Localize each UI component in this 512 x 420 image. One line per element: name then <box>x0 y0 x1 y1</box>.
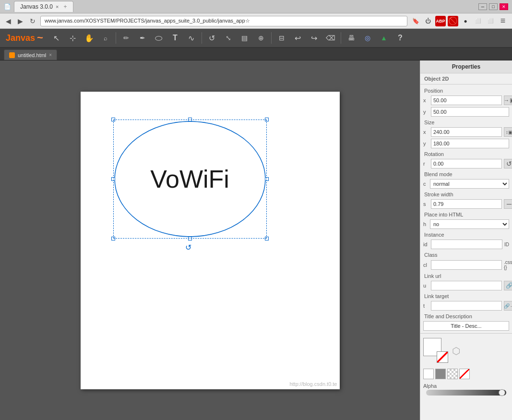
link-target-label: Link target <box>420 291 512 300</box>
forward-btn[interactable]: ▶ <box>16 16 25 26</box>
handle-bottom-right[interactable] <box>265 237 269 240</box>
stroke-swatch[interactable] <box>437 351 448 363</box>
tab-label: Janvas 3.0.0 <box>20 3 53 10</box>
pos-link-icon[interactable]: →▣ <box>504 96 512 105</box>
pos-y-input[interactable] <box>431 107 509 117</box>
alpha-thumb[interactable] <box>499 389 505 396</box>
back-btn[interactable]: ◀ <box>4 16 13 26</box>
maximize-btn[interactable]: □ <box>489 3 498 10</box>
stroke-label: Stroke width <box>420 190 512 198</box>
redo-btn[interactable]: ↪ <box>307 30 322 46</box>
handle-bottom-center[interactable] <box>188 237 192 240</box>
delete-btn[interactable]: ⌫ <box>323 30 338 46</box>
refresh-btn[interactable]: ↻ <box>28 16 37 26</box>
ellipse-container[interactable]: VoWiFi ↺ <box>113 120 267 239</box>
print-btn[interactable]: 🖶 <box>344 30 359 46</box>
minimize-btn[interactable]: ─ <box>478 3 487 10</box>
stroke-input[interactable] <box>431 199 502 209</box>
link-icon-btn[interactable]: 🔗 <box>504 281 512 290</box>
instance-id-row: id ID <box>420 239 512 250</box>
text-tool[interactable]: T <box>167 30 183 46</box>
gdrive-btn[interactable]: ▲ <box>376 30 392 46</box>
tab-close-btn[interactable]: × <box>56 4 59 10</box>
swatch-red-diag[interactable] <box>459 369 470 379</box>
fill-stroke-swatch[interactable] <box>423 338 449 364</box>
help-btn[interactable]: ? <box>393 30 408 46</box>
doc-tab-icon <box>9 52 15 58</box>
size-y-input[interactable] <box>431 139 509 148</box>
undo-btn[interactable]: ↩ <box>290 30 306 46</box>
close-btn[interactable]: ✕ <box>500 3 508 10</box>
handle-top-left[interactable] <box>111 118 115 121</box>
transform-icon[interactable]: ⬡ <box>452 345 460 357</box>
share-btn[interactable]: ◎ <box>360 30 375 46</box>
bookmark-icon[interactable]: 🔖 <box>410 16 421 26</box>
ellipse-tool[interactable]: ⬭ <box>151 30 167 46</box>
rotate-handle[interactable]: ↺ <box>185 243 191 252</box>
pen-tool[interactable]: ✏ <box>119 30 134 46</box>
swatch-gray[interactable] <box>435 369 446 379</box>
new-tab-btn[interactable]: + <box>63 3 67 10</box>
size-y-label: y <box>423 141 429 146</box>
pencil-tool[interactable]: ✒ <box>135 30 150 46</box>
ext-icon1[interactable]: ⬜ <box>473 16 483 26</box>
stroke-icon-btn[interactable]: ─ <box>504 199 512 209</box>
blend-select[interactable]: normal multiply screen overlay <box>430 179 509 189</box>
title-desc-btn[interactable]: Title - Desc... <box>423 321 509 331</box>
adblock-icon[interactable]: ABP <box>435 16 446 26</box>
sep2 <box>202 32 202 44</box>
handle-bottom-left[interactable] <box>111 237 115 240</box>
link-target-icon-btn[interactable]: 🔗→ <box>504 301 512 311</box>
pos-x-input[interactable] <box>431 96 502 105</box>
ext-icon2[interactable]: ⬜ <box>485 16 496 26</box>
pos-x-row: x →▣ <box>420 95 512 106</box>
browser-tab[interactable]: Janvas 3.0.0 × + <box>14 1 73 12</box>
handle-middle-left[interactable] <box>111 177 115 181</box>
handle-top-right[interactable] <box>265 118 269 121</box>
rotation-input[interactable] <box>431 159 502 168</box>
node-edit-tool[interactable]: ⊹ <box>65 30 81 46</box>
rotate-tool[interactable]: ↺ <box>204 30 220 46</box>
class-cl-label: cl <box>423 262 429 268</box>
app-logo: Janvas ~ <box>6 32 43 44</box>
class-input[interactable] <box>431 260 502 270</box>
window-controls: ─ □ ✕ <box>478 3 508 10</box>
size-label: Size <box>420 118 512 126</box>
alpha-label: Alpha <box>423 383 509 389</box>
canvas-paper[interactable]: VoWiFi ↺ http://blog.csdn.t0.te <box>81 92 340 389</box>
hand-tool[interactable]: ✋ <box>82 30 97 46</box>
blend-label: Blend mode <box>420 169 512 178</box>
select-tool[interactable]: ↖ <box>49 30 64 46</box>
rotate-icon[interactable]: ↺ <box>185 243 191 252</box>
address-bar[interactable] <box>40 16 407 26</box>
place-select[interactable]: no yes <box>430 219 509 229</box>
scale-tool[interactable]: ⤡ <box>221 30 236 46</box>
adblock2-icon[interactable]: 🚫 <box>448 16 458 26</box>
rotation-icon-btn[interactable]: ↺ <box>504 159 512 168</box>
menu-icon[interactable]: ≡ <box>498 16 508 26</box>
rot-r-label: r <box>423 161 429 167</box>
doc-tab-untitled[interactable]: untitled.html × <box>4 49 57 60</box>
path-tool[interactable]: ∿ <box>184 30 199 46</box>
zoom-tool[interactable]: ⌕ <box>98 30 113 46</box>
swatch-pattern[interactable] <box>447 369 458 379</box>
link-target-input[interactable] <box>431 301 502 311</box>
doc-tab-close-btn[interactable]: × <box>49 52 52 58</box>
layers-tool[interactable]: ▤ <box>237 30 252 46</box>
nav-icons: 🔖 ⏻ ABP 🚫 ● ⬜ ⬜ ≡ <box>410 16 508 26</box>
swatch-white[interactable] <box>423 369 434 379</box>
alpha-slider[interactable] <box>426 390 506 396</box>
handle-top-center[interactable] <box>188 118 192 121</box>
instance-id-input[interactable] <box>431 240 502 249</box>
link-url-input[interactable] <box>431 281 502 290</box>
size-link-icon[interactable]: ↕▣ <box>504 127 512 137</box>
size-x-input[interactable] <box>431 127 502 137</box>
merge-tool[interactable]: ⊕ <box>253 30 269 46</box>
divider2 <box>420 333 512 334</box>
align-tool[interactable]: ⊟ <box>274 30 289 46</box>
circle-icon[interactable]: ● <box>460 16 471 26</box>
canvas-area[interactable]: VoWiFi ↺ http://blog.csdn.t0.te <box>0 60 420 420</box>
power-icon[interactable]: ⏻ <box>423 16 433 26</box>
handle-middle-right[interactable] <box>265 177 269 181</box>
canvas-text-vowifi[interactable]: VoWiFi <box>150 165 229 193</box>
